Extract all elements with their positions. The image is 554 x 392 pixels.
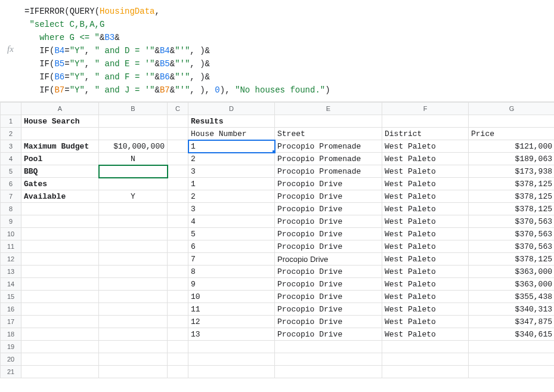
cell-D2[interactable]: House Number: [188, 128, 275, 140]
cell-G7[interactable]: $378,125: [469, 190, 555, 203]
cell-E14[interactable]: Procopio Drive: [275, 278, 382, 291]
cell-F3[interactable]: West Paleto: [382, 140, 469, 153]
cell-A12[interactable]: [21, 253, 99, 266]
cell-B5[interactable]: [99, 165, 168, 178]
fill-handle[interactable]: [273, 150, 275, 153]
col-header-D[interactable]: D: [188, 103, 275, 115]
cell-G12[interactable]: $378,125: [469, 253, 555, 266]
cell-G18[interactable]: $340,615: [469, 328, 555, 341]
cell-F15[interactable]: West Paleto: [382, 291, 469, 303]
formula-content[interactable]: =IFERROR(QUERY(HousingData, "select C,B,…: [21, 0, 554, 101]
cell-G20[interactable]: [469, 353, 555, 366]
cell-E2[interactable]: Street: [275, 128, 382, 140]
cell-C5[interactable]: [168, 165, 188, 178]
cell-A16[interactable]: [21, 303, 99, 316]
col-header-E[interactable]: E: [275, 103, 382, 115]
row-header-4[interactable]: 4: [1, 153, 21, 165]
cell-A4[interactable]: Pool: [21, 153, 99, 165]
cell-F7[interactable]: West Paleto: [382, 190, 469, 203]
cell-F11[interactable]: West Paleto: [382, 240, 469, 253]
cell-E5[interactable]: Procopio Promenade: [275, 165, 382, 178]
cell-D19[interactable]: [188, 341, 275, 353]
cell-G21[interactable]: [469, 366, 555, 378]
row-header-8[interactable]: 8: [1, 203, 21, 215]
cell-F13[interactable]: West Paleto: [382, 266, 469, 278]
cell-B20[interactable]: [99, 353, 168, 366]
cell-D15[interactable]: 10: [188, 291, 275, 303]
cell-E20[interactable]: [275, 353, 382, 366]
cell-C6[interactable]: [168, 178, 188, 190]
cell-A10[interactable]: [21, 228, 99, 240]
cell-A9[interactable]: [21, 215, 99, 228]
row-header-14[interactable]: 14: [1, 278, 21, 291]
cell-D11[interactable]: 6: [188, 240, 275, 253]
cell-B21[interactable]: [99, 366, 168, 378]
cell-A5[interactable]: BBQ: [21, 165, 99, 178]
row-header-10[interactable]: 10: [1, 228, 21, 240]
cell-C10[interactable]: [168, 228, 188, 240]
cell-F18[interactable]: West Paleto: [382, 328, 469, 341]
cell-D18[interactable]: 13: [188, 328, 275, 341]
cell-A14[interactable]: [21, 278, 99, 291]
cell-F14[interactable]: West Paleto: [382, 278, 469, 291]
cell-F17[interactable]: West Paleto: [382, 316, 469, 328]
cell-C8[interactable]: [168, 203, 188, 215]
cell-C21[interactable]: [168, 366, 188, 378]
cell-D12[interactable]: 7: [188, 253, 275, 266]
cell-F19[interactable]: [382, 341, 469, 353]
cell-G15[interactable]: $355,438: [469, 291, 555, 303]
row-header-18[interactable]: 18: [1, 328, 21, 341]
cell-C11[interactable]: [168, 240, 188, 253]
cell-D10[interactable]: 5: [188, 228, 275, 240]
cell-G11[interactable]: $370,563: [469, 240, 555, 253]
row-header-13[interactable]: 13: [1, 266, 21, 278]
cell-D14[interactable]: 9: [188, 278, 275, 291]
cell-D21[interactable]: [188, 366, 275, 378]
cell-F4[interactable]: West Paleto: [382, 153, 469, 165]
cell-E3[interactable]: Procopio Promenade: [275, 140, 382, 153]
cell-A8[interactable]: [21, 203, 99, 215]
cell-D6[interactable]: 1: [188, 178, 275, 190]
row-header-2[interactable]: 2: [1, 128, 21, 140]
cell-C12[interactable]: [168, 253, 188, 266]
cell-E12[interactable]: Procopio Drive: [275, 253, 382, 266]
cell-A15[interactable]: [21, 291, 99, 303]
cell-F9[interactable]: West Paleto: [382, 215, 469, 228]
row-header-19[interactable]: 19: [1, 341, 21, 353]
cell-E11[interactable]: Procopio Drive: [275, 240, 382, 253]
cell-C7[interactable]: [168, 190, 188, 203]
cell-F8[interactable]: West Paleto: [382, 203, 469, 215]
cell-B6[interactable]: [99, 178, 168, 190]
cell-B15[interactable]: [99, 291, 168, 303]
cell-F6[interactable]: West Paleto: [382, 178, 469, 190]
cell-F16[interactable]: West Paleto: [382, 303, 469, 316]
cell-G10[interactable]: $370,563: [469, 228, 555, 240]
row-header-15[interactable]: 15: [1, 291, 21, 303]
select-all-corner[interactable]: [1, 103, 21, 115]
cell-D7[interactable]: 2: [188, 190, 275, 203]
cell-D1[interactable]: Results: [188, 115, 275, 128]
cell-F12[interactable]: West Paleto: [382, 253, 469, 266]
cell-B12[interactable]: [99, 253, 168, 266]
cell-E7[interactable]: Procopio Drive: [275, 190, 382, 203]
cell-B4[interactable]: N: [99, 153, 168, 165]
cell-C14[interactable]: [168, 278, 188, 291]
cell-C20[interactable]: [168, 353, 188, 366]
cell-B10[interactable]: [99, 228, 168, 240]
cell-F2[interactable]: District: [382, 128, 469, 140]
cell-C17[interactable]: [168, 316, 188, 328]
col-header-C[interactable]: C: [168, 103, 188, 115]
cell-A6[interactable]: Gates: [21, 178, 99, 190]
cell-A21[interactable]: [21, 366, 99, 378]
cell-G14[interactable]: $363,000: [469, 278, 555, 291]
col-header-G[interactable]: G: [469, 103, 555, 115]
row-header-17[interactable]: 17: [1, 316, 21, 328]
cell-A1[interactable]: House Search: [21, 115, 99, 128]
row-header-11[interactable]: 11: [1, 240, 21, 253]
cell-E4[interactable]: Procopio Promenade: [275, 153, 382, 165]
cell-D13[interactable]: 8: [188, 266, 275, 278]
cell-B3[interactable]: $10,000,000: [99, 140, 168, 153]
row-header-12[interactable]: 12: [1, 253, 21, 266]
cell-G6[interactable]: $378,125: [469, 178, 555, 190]
cell-A19[interactable]: [21, 341, 99, 353]
